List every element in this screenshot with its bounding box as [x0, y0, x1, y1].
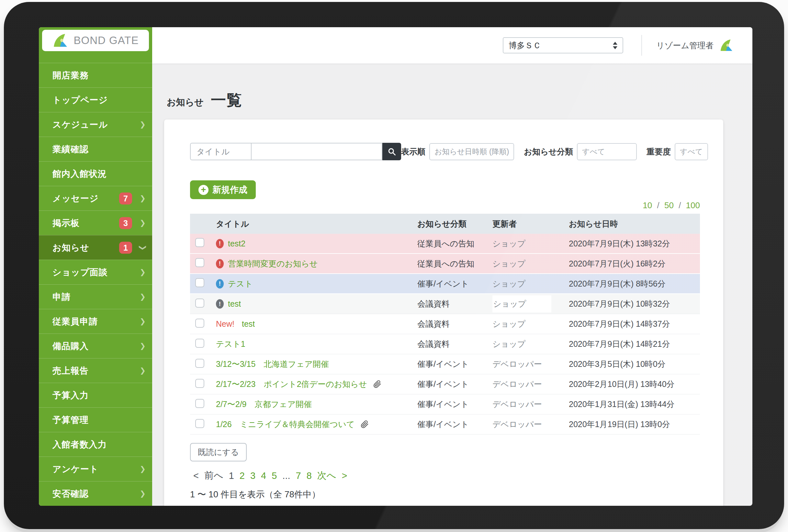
page-7-link[interactable]: 7 [296, 471, 301, 481]
row-checkbox[interactable] [195, 238, 204, 247]
updater-cell: ショップ [492, 339, 569, 349]
sidebar-item-nyukan-status[interactable]: 館内入館状況 [39, 161, 152, 186]
page-size-10[interactable]: 10 [643, 200, 652, 210]
category-select[interactable]: すべて [577, 143, 637, 160]
site-selector[interactable]: 博多ＳＣ [503, 37, 623, 54]
announcement-link[interactable]: 1/26 ミニライブ＆特典会開催ついて [216, 419, 355, 430]
page-size-100[interactable]: 100 [686, 200, 700, 210]
sidebar-item-anketo[interactable]: アンケート❯ [39, 456, 152, 481]
unread-badge: 1 [119, 241, 132, 254]
chevron-right-icon: ❯ [140, 317, 146, 326]
mark-read-button[interactable]: 既読にする [190, 443, 247, 461]
updater-cell: ショップ [492, 295, 569, 313]
importance-select[interactable]: すべて [675, 143, 708, 160]
user-menu[interactable]: リゾーム管理者 [656, 39, 734, 53]
updater-cell: ショップ [492, 258, 569, 269]
sidebar-item-yosan-kanri[interactable]: 予算管理 [39, 407, 152, 432]
datetime-cell: 2020年7月9日(木) 10時32分 [569, 298, 700, 309]
sidebar-item-shinsei[interactable]: 申請❯ [39, 284, 152, 309]
chevron-right-icon: ❯ [140, 120, 146, 129]
sidebar-item-uriage[interactable]: 売上報告❯ [39, 358, 152, 383]
sidebar-item-keijiban[interactable]: 掲示板3❯ [39, 211, 152, 235]
announcement-link[interactable]: 営業時間変更のお知らせ [228, 258, 318, 269]
row-checkbox[interactable] [195, 258, 204, 267]
brand-logo: BOND GATE [42, 30, 149, 51]
search-field-selector[interactable]: タイトル [190, 143, 252, 160]
announcement-link[interactable]: test [242, 319, 255, 329]
row-checkbox[interactable] [195, 319, 204, 328]
category-cell: 会議資料 [417, 339, 492, 349]
announcement-link[interactable]: test [228, 299, 241, 309]
search-input[interactable] [252, 143, 382, 160]
bondgate-leaf-icon [720, 39, 734, 53]
table-row: テスト1 会議資料 ショップ 2020年7月9日(木) 14時21分 [190, 334, 700, 354]
bondgate-leaf-icon [53, 33, 69, 48]
sidebar-item-shop-mendan[interactable]: ショップ面談❯ [39, 260, 152, 284]
row-checkbox[interactable] [195, 379, 204, 388]
page-4-link[interactable]: 4 [261, 471, 266, 481]
sidebar-item-bihin[interactable]: 備品購入❯ [39, 334, 152, 358]
row-checkbox[interactable] [195, 359, 204, 368]
pagination-ellipsis: ... [282, 471, 290, 481]
prev-arrow[interactable]: < [193, 471, 199, 481]
page-2-link[interactable]: 2 [240, 471, 245, 481]
table-row: 3/12〜3/15 北海道フェア開催 催事/イベント デベロッパー 2020年3… [190, 354, 700, 374]
row-checkbox[interactable] [195, 278, 204, 287]
datetime-cell: 2020年2月10日(月) 13時40分 [569, 379, 700, 390]
datetime-cell: 2020年3月5日(木) 10時0分 [569, 359, 700, 370]
table-row: !test2 従業員への告知 ショップ 2020年7月9日(木) 13時32分 [190, 234, 700, 254]
next-arrow[interactable]: > [341, 471, 347, 481]
datetime-cell: 2020年7月9日(木) 14時21分 [569, 339, 700, 349]
sort-select[interactable]: お知らせ日時順 (降順) [429, 143, 514, 160]
chevron-right-icon: ❯ [140, 293, 146, 301]
sidebar-item-schedule[interactable]: スケジュール❯ [39, 112, 152, 137]
sidebar-item-yosan-nyuryoku[interactable]: 予算入力 [39, 383, 152, 407]
sidebar-item-nyukansha[interactable]: 入館者数入力 [39, 432, 152, 456]
announcement-link[interactable]: テスト [228, 278, 253, 289]
sidebar-item-top[interactable]: トップページ [39, 87, 152, 112]
category-cell: 会議資料 [417, 298, 492, 309]
sidebar-item-message[interactable]: メッセージ7❯ [39, 186, 152, 211]
page-title-category: お知らせ [167, 96, 204, 109]
category-cell: 従業員への告知 [417, 258, 492, 269]
chevron-right-icon: ❯ [140, 490, 146, 498]
datetime-cell: 2020年7月9日(木) 8時56分 [569, 278, 700, 289]
page-3-link[interactable]: 3 [250, 471, 255, 481]
page-size-50[interactable]: 50 [664, 200, 674, 210]
next-link[interactable]: 次へ [317, 469, 336, 482]
chevron-right-icon: ❯ [140, 465, 146, 473]
row-checkbox[interactable] [195, 419, 204, 428]
select-filters: 表示順 お知らせ日時順 (降順) お知らせ分類 すべて 重要度 すべて [401, 143, 708, 160]
row-checkbox[interactable] [195, 339, 204, 348]
announcement-link[interactable]: 2/7〜2/9 京都フェア開催 [216, 399, 312, 410]
table-row: !営業時間変更のお知らせ 従業員への告知 ショップ 2020年7月7日(火) 1… [190, 254, 700, 274]
header-datetime: お知らせ日時 [569, 219, 700, 229]
topbar-divider [641, 35, 642, 56]
sidebar-item-jugyoin-shinsei[interactable]: 従業員申請❯ [39, 309, 152, 334]
attachment-icon [373, 380, 381, 388]
search-group: タイトル [190, 143, 401, 160]
page-5-link[interactable]: 5 [272, 471, 277, 481]
sidebar-item-kaiten[interactable]: 開店業務 [39, 63, 152, 87]
search-button[interactable] [382, 143, 401, 160]
importance-info-icon: ! [216, 279, 224, 289]
sidebar-item-gyoseki[interactable]: 業績確認 [39, 137, 152, 161]
prev-link[interactable]: 前へ [204, 469, 223, 482]
sidebar-item-oshirase[interactable]: お知らせ1❯ [39, 235, 152, 260]
announcement-link[interactable]: 3/12〜3/15 北海道フェア開催 [216, 359, 329, 370]
datetime-cell: 2020年7月9日(木) 13時32分 [569, 238, 700, 249]
row-checkbox[interactable] [195, 298, 204, 308]
datetime-cell: 2020年7月7日(火) 16時2分 [569, 258, 700, 269]
importance-label: 重要度 [647, 146, 671, 157]
page-8-link[interactable]: 8 [307, 471, 312, 481]
pagination: < 前へ 1 2 3 4 5 ... 7 8 次へ > [190, 469, 700, 482]
table-row: !テスト 催事/イベント ショップ 2020年7月9日(木) 8時56分 [190, 274, 700, 294]
category-cell: 催事/イベント [417, 359, 492, 370]
row-checkbox[interactable] [195, 399, 204, 408]
announcement-link[interactable]: テスト1 [216, 339, 245, 349]
sidebar-item-anpi[interactable]: 安否確認❯ [39, 481, 152, 506]
create-button[interactable]: + 新規作成 [190, 180, 256, 199]
header-title: タイトル [216, 219, 417, 229]
announcement-link[interactable]: test2 [228, 239, 245, 248]
announcement-link[interactable]: 2/17〜2/23 ポイント2倍デーのお知らせ [216, 379, 367, 390]
